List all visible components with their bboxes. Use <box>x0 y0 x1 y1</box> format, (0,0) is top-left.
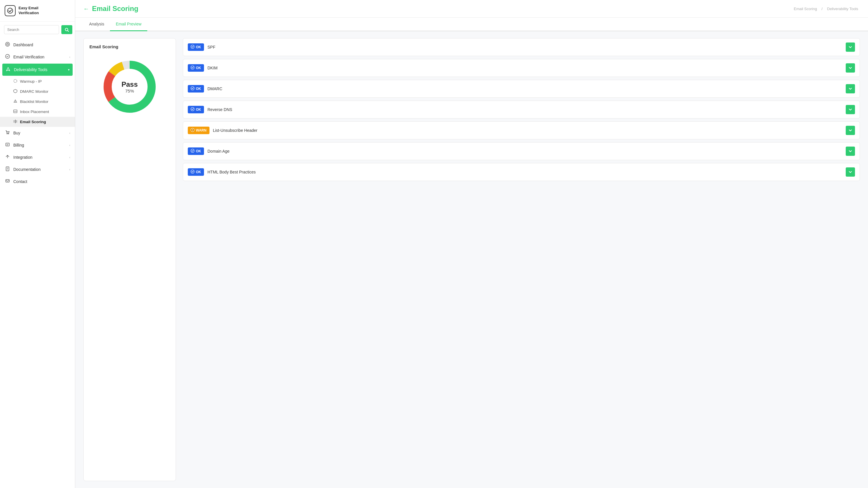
sidebar-item-billing[interactable]: Billing ‹ <box>0 139 75 151</box>
result-item: OK DMARC <box>183 80 860 98</box>
email-verification-icon <box>5 54 10 60</box>
badge-label-6: OK <box>196 170 201 174</box>
result-label-2: DMARC <box>208 87 842 91</box>
sidebar-item-email-verification[interactable]: Email Verification ‹ <box>0 51 75 63</box>
svg-marker-6 <box>6 67 10 71</box>
svg-point-4 <box>7 43 8 45</box>
back-button[interactable]: ← <box>83 5 89 12</box>
sidebar-item-contact[interactable]: Contact <box>0 175 75 188</box>
sidebar-item-billing-label: Billing <box>13 143 69 148</box>
sidebar-item-deliverability-tools[interactable]: Deliverability Tools ▾ <box>2 64 73 76</box>
result-item: OK Domain Age <box>183 142 860 160</box>
badge-icon-6 <box>191 170 194 174</box>
email-verification-chevron: ‹ <box>69 55 70 59</box>
svg-point-17 <box>8 133 9 134</box>
sidebar-item-dmarc-monitor[interactable]: DMARC Monitor <box>0 87 75 97</box>
result-badge-6: OK <box>188 168 204 176</box>
sidebar-item-integration[interactable]: Integration ‹ <box>0 151 75 163</box>
sidebar-item-inbox-placement[interactable]: Inbox Placement <box>0 107 75 117</box>
sidebar-item-email-verification-label: Email Verification <box>13 55 69 59</box>
expand-button-3[interactable] <box>846 105 855 114</box>
result-badge-2: OK <box>188 85 204 93</box>
sidebar-item-blacklist-label: Blacklist Monitor <box>20 99 48 104</box>
inbox-icon <box>13 109 18 114</box>
search-input[interactable] <box>4 25 59 34</box>
badge-label-1: OK <box>196 66 201 70</box>
result-label-4: List-Unsubscribe Header <box>213 128 842 133</box>
page-title: Email Scoring <box>92 5 138 13</box>
result-label-5: Domain Age <box>208 149 842 154</box>
dashboard-icon <box>5 42 10 48</box>
sidebar-item-dashboard-label: Dashboard <box>13 42 70 47</box>
buy-icon <box>5 130 10 136</box>
badge-icon-5 <box>191 149 194 154</box>
badge-label-5: OK <box>196 149 201 153</box>
result-badge-1: OK <box>188 64 204 72</box>
sidebar-item-blacklist-monitor[interactable]: Blacklist Monitor <box>0 97 75 107</box>
sidebar-item-dashboard[interactable]: Dashboard <box>0 39 75 51</box>
billing-chevron: ‹ <box>69 143 70 147</box>
tab-analysis[interactable]: Analysis <box>83 18 110 31</box>
integration-chevron: ‹ <box>69 156 70 159</box>
sidebar-item-buy-label: Buy <box>13 131 69 135</box>
expand-button-0[interactable] <box>846 42 855 52</box>
svg-point-7 <box>14 79 17 83</box>
search-button[interactable] <box>61 25 72 34</box>
expand-button-2[interactable] <box>846 84 855 93</box>
svg-point-9 <box>15 102 16 102</box>
deliverability-icon <box>5 67 11 72</box>
result-badge-4: WARN <box>188 127 210 134</box>
badge-icon-1 <box>191 66 194 70</box>
sidebar: Easy Email Verification Dashboard <box>0 0 75 488</box>
badge-label-0: OK <box>196 45 201 49</box>
content-area: Email Scoring <box>75 31 868 488</box>
donut-wrapper: Pass 75% <box>89 55 170 122</box>
donut-chart: Pass 75% <box>101 58 159 116</box>
expand-button-4[interactable] <box>846 126 855 135</box>
deliverability-chevron: ▾ <box>68 68 70 72</box>
logo-icon <box>5 5 16 16</box>
email-scoring-sub-icon <box>13 120 18 124</box>
badge-icon-4 <box>191 128 194 133</box>
result-item: OK SPF <box>183 38 860 56</box>
svg-line-2 <box>68 30 69 32</box>
tabs-bar: Analysis Email Preview <box>75 18 868 31</box>
sidebar-item-deliverability-label: Deliverability Tools <box>14 67 68 72</box>
donut-pass-label: Pass <box>122 80 138 89</box>
svg-point-3 <box>5 42 9 46</box>
result-label-0: SPF <box>208 45 842 50</box>
sidebar-item-email-scoring[interactable]: Email Scoring <box>0 117 75 127</box>
result-item: OK HTML Body Best Practices <box>183 163 860 181</box>
svg-rect-18 <box>6 143 9 146</box>
result-label-3: Reverse DNS <box>208 107 842 112</box>
result-item: WARN List-Unsubscribe Header <box>183 122 860 139</box>
sidebar-item-warmup-ip[interactable]: Warmup - IP <box>0 76 75 87</box>
badge-icon-3 <box>191 107 194 112</box>
expand-button-6[interactable] <box>846 167 855 176</box>
svg-rect-26 <box>6 180 9 182</box>
result-badge-0: OK <box>188 43 204 51</box>
sidebar-item-contact-label: Contact <box>13 179 70 184</box>
buy-chevron: ‹ <box>69 131 70 135</box>
contact-icon <box>5 178 10 185</box>
results-list: OK SPF OK DKIM OK DMARC <box>183 38 860 481</box>
billing-icon <box>5 142 10 148</box>
sidebar-item-documentation-label: Documentation <box>13 167 69 172</box>
sidebar-item-dmarc-label: DMARC Monitor <box>20 89 48 94</box>
sidebar-item-documentation[interactable]: Documentation ‹ <box>0 163 75 175</box>
sidebar-item-buy[interactable]: Buy ‹ <box>0 127 75 139</box>
tab-email-preview[interactable]: Email Preview <box>110 18 147 31</box>
svg-point-0 <box>7 8 13 13</box>
result-badge-5: OK <box>188 148 204 155</box>
donut-center: Pass 75% <box>122 80 138 93</box>
badge-label-4: WARN <box>196 128 207 132</box>
scoring-card-title: Email Scoring <box>89 44 118 49</box>
nav-section: Dashboard Email Verification ‹ Deliverab… <box>0 38 75 189</box>
expand-button-5[interactable] <box>846 147 855 156</box>
svg-point-16 <box>7 133 7 134</box>
badge-icon-0 <box>191 45 194 50</box>
result-item: OK Reverse DNS <box>183 101 860 119</box>
documentation-icon <box>5 166 10 172</box>
breadcrumb: Email Scoring / Deliverability Tools <box>792 7 860 11</box>
expand-button-1[interactable] <box>846 63 855 72</box>
